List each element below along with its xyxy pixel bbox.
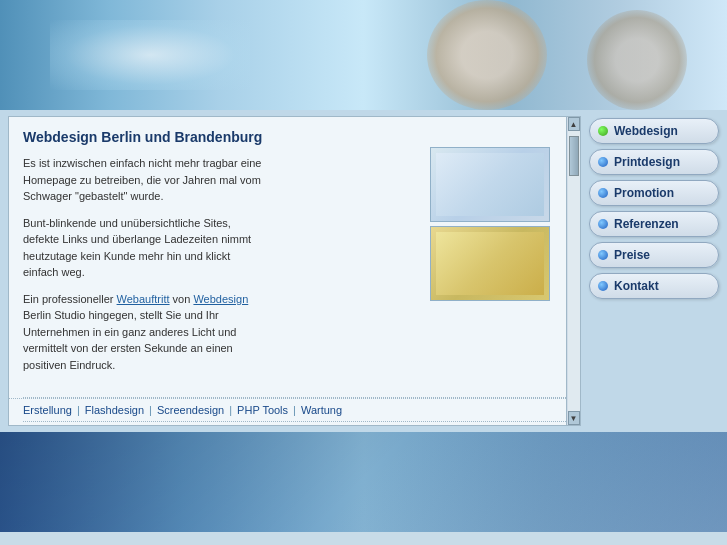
nav-label-preise: Preise [614,248,650,262]
sep-4: | [293,404,296,416]
thumbnail-1 [430,147,550,222]
dot-webdesign [598,126,608,136]
top-banner [0,0,727,110]
nav-preise[interactable]: Preise [589,242,719,268]
paragraph-1: Es ist inzwischen einfach nicht mehr tra… [23,155,263,205]
scrollbar: ▲ ▼ [566,117,580,425]
dot-preise [598,250,608,260]
sep-1: | [77,404,80,416]
scroll-thumb[interactable] [569,136,579,176]
dot-referenzen [598,219,608,229]
paragraph-3-post: Berlin Studio hingegen, stellt Sie und I… [23,309,236,371]
dot-kontakt [598,281,608,291]
banner-person1 [427,0,547,110]
webdesign-link[interactable]: Webdesign [193,293,248,305]
nav-promotion[interactable]: Promotion [589,180,719,206]
scroll-down-button[interactable]: ▼ [568,411,580,425]
footer-link-flashdesign[interactable]: Flashdesign [85,404,144,416]
nav-webdesign[interactable]: Webdesign [589,118,719,144]
dot-printdesign [598,157,608,167]
nav-label-referenzen: Referenzen [614,217,679,231]
scroll-up-button[interactable]: ▲ [568,117,580,131]
thumbnail-container [430,147,560,305]
paragraph-3-mid: von [170,293,194,305]
nav-referenzen[interactable]: Referenzen [589,211,719,237]
bottom-banner [0,432,727,532]
sep-3: | [229,404,232,416]
banner-person2 [587,10,687,110]
footer-link-erstellung[interactable]: Erstellung [23,404,72,416]
footer-bottom-divider [23,421,566,422]
nav-printdesign[interactable]: Printdesign [589,149,719,175]
scroll-track [568,131,580,411]
content-scroll-area: Webdesign Berlin und Brandenburg Es ist … [9,117,580,397]
nav-label-promotion: Promotion [614,186,674,200]
content-panel: Webdesign Berlin und Brandenburg Es ist … [8,116,581,426]
banner-glow [50,20,250,90]
sep-2: | [149,404,152,416]
nav-label-webdesign: Webdesign [614,124,678,138]
right-nav: Webdesign Printdesign Promotion Referenz… [589,116,719,426]
thumbnail-2 [430,226,550,301]
webauftritt-link[interactable]: Webauftritt [117,293,170,305]
dot-promotion [598,188,608,198]
nav-kontakt[interactable]: Kontakt [589,273,719,299]
main-area: Webdesign Berlin und Brandenburg Es ist … [0,110,727,432]
footer-link-wartung[interactable]: Wartung [301,404,342,416]
content-footer: Erstellung | Flashdesign | Screendesign … [9,398,580,421]
nav-label-printdesign: Printdesign [614,155,680,169]
page-title: Webdesign Berlin und Brandenburg [23,129,566,145]
paragraph-2: Bunt-blinkende und unübersichtliche Site… [23,215,263,281]
paragraph-3-pre: Ein professioneller [23,293,117,305]
nav-label-kontakt: Kontakt [614,279,659,293]
footer-link-phptools[interactable]: PHP Tools [237,404,288,416]
footer-link-screendesign[interactable]: Screendesign [157,404,224,416]
paragraph-3: Ein professioneller Webauftritt von Webd… [23,291,263,374]
bottom-overlay [0,432,727,532]
